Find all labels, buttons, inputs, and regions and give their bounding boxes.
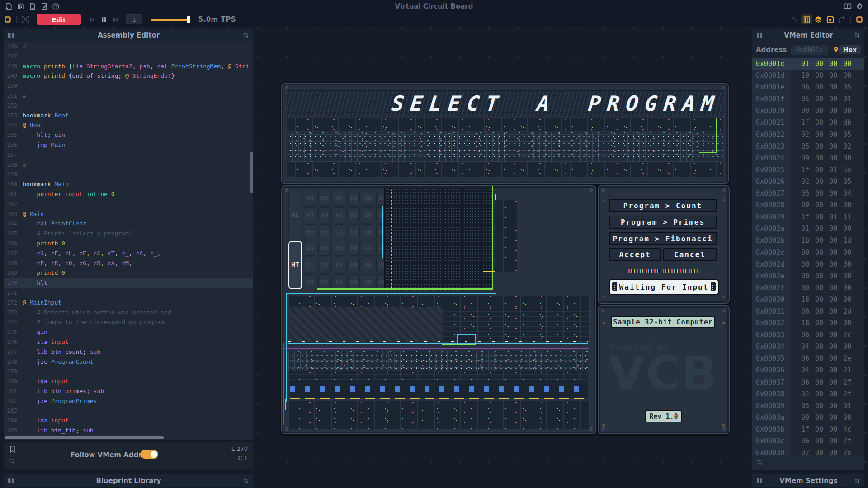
- code-line-276[interactable]: 276 sta input: [4, 337, 253, 347]
- pin-icon[interactable]: [833, 46, 839, 53]
- vmem-row-0x0002b[interactable]: 0x0002b1b 00 00 1d: [752, 235, 864, 246]
- code-line-271[interactable]: 271: [4, 288, 253, 298]
- vmem-row-0x00023[interactable]: 0x0002305 00 00 02: [752, 141, 864, 152]
- code-line-284[interactable]: 284 lda input: [4, 416, 253, 426]
- code-line-258[interactable]: 258#------------------------------------…: [4, 160, 253, 170]
- resize-vertical-icon[interactable]: [854, 32, 860, 38]
- code-line-261[interactable]: 261 pointer input inline 0: [4, 189, 253, 199]
- control-panel[interactable]: ⊘ ⊘ ▲ ▲ ▼ ▼ Program > CountProgram > Pri…: [598, 185, 730, 304]
- marquee-board[interactable]: ⊘ ⊘ SELECT A PROGRAM: [281, 83, 729, 184]
- code-line-257[interactable]: 257: [4, 150, 253, 160]
- code-line-265[interactable]: 265 # Prints "select a program".: [4, 229, 253, 239]
- code-line-283[interactable]: 283: [4, 406, 253, 416]
- vmem-row-0x0003c[interactable]: 0x0003c06 00 00 2f: [752, 435, 864, 447]
- vmem-row-0x0001d[interactable]: 0x0001d19 00 00 00: [752, 70, 864, 81]
- vmem-row-0x00024[interactable]: 0x0002409 00 00 00: [752, 152, 864, 164]
- vmem-row-0x00025[interactable]: 0x000251f 00 01 5e: [752, 164, 864, 176]
- vmem-row-0x0002d[interactable]: 0x0002d00 00 00 00: [752, 258, 864, 270]
- vmem-row-0x00022[interactable]: 0x0002202 00 00 05: [752, 129, 864, 141]
- vmem-row-0x00035[interactable]: 0x0003506 00 00 2e: [752, 352, 864, 364]
- code-line-270[interactable]: 270 hlt: [4, 278, 253, 288]
- vmem-row-0x00037[interactable]: 0x0003706 00 00 2f: [752, 376, 864, 388]
- code-line-277[interactable]: 277 lib btn_count; sub: [4, 347, 253, 357]
- code-line-262[interactable]: 262: [4, 199, 253, 209]
- columns-icon[interactable]: [756, 32, 763, 38]
- assembly-code-area[interactable]: 246#------------------------------------…: [4, 42, 253, 436]
- vmem-row-0x0002c[interactable]: 0x0002c00 00 00 00: [752, 247, 864, 258]
- pause-icon[interactable]: [98, 14, 110, 24]
- tag-icon[interactable]: [801, 14, 812, 24]
- code-line-282[interactable]: 282 jze ProgramPrimes: [4, 396, 253, 406]
- resize-vertical-icon[interactable]: [243, 32, 249, 38]
- program-button-3[interactable]: Program > Fibonacci: [609, 232, 717, 245]
- tps-slider-handle[interactable]: [187, 16, 190, 23]
- cancel-button[interactable]: Cancel: [663, 248, 717, 261]
- sparkles-icon[interactable]: [789, 14, 801, 24]
- program-button-2[interactable]: Program > Primes: [609, 216, 717, 229]
- branding-panel[interactable]: ⊘ ⊘ ⊘ ⊘ ▲ ▲ ▼ ▼ Sample 32-bit Computer P…: [598, 305, 730, 434]
- code-line-267[interactable]: 267 cS; cE; cL; cE; cC; cT; c_; cA; c_;: [4, 249, 253, 258]
- vmem-row-0x00033[interactable]: 0x0003306 00 00 2c: [752, 329, 864, 341]
- code-line-266[interactable]: 266 printb 0: [4, 239, 253, 249]
- code-line-263[interactable]: 263@ Main: [4, 209, 253, 219]
- columns-icon[interactable]: [8, 32, 14, 38]
- code-line-250[interactable]: 250: [4, 81, 253, 91]
- vmem-row-0x0001e[interactable]: 0x0001e06 00 00 05: [752, 81, 864, 93]
- vmem-row-0x00021[interactable]: 0x000211f 00 00 db: [752, 117, 864, 128]
- program-button-1[interactable]: Program > Count: [609, 199, 717, 212]
- columns-icon[interactable]: [8, 478, 14, 484]
- code-line-251[interactable]: 251#------------------------------------…: [4, 91, 253, 101]
- code-line-247[interactable]: 247: [4, 52, 253, 61]
- vmem-row-0x0002e[interactable]: 0x0002e00 00 00 00: [752, 270, 864, 282]
- code-line-274[interactable]: 274 # jumps to the corresponding program…: [4, 317, 253, 327]
- vmem-row-0x00020[interactable]: 0x0002009 00 00 00: [752, 105, 864, 117]
- square-tool-icon[interactable]: [854, 14, 865, 24]
- swap-arrows-icon[interactable]: [756, 459, 763, 465]
- square-tool-icon[interactable]: [2, 14, 14, 24]
- vmem-row-0x00036[interactable]: 0x0003604 00 00 21: [752, 364, 864, 376]
- vmem-row-0x00030[interactable]: 0x0003018 00 00 00: [752, 294, 864, 305]
- step-forward-icon[interactable]: [110, 14, 122, 24]
- vmem-row-0x00032[interactable]: 0x0003218 00 00 00: [752, 317, 864, 329]
- code-line-248[interactable]: 248macro printb {lia StringStarta?; psh;…: [4, 61, 253, 71]
- address-input[interactable]: 0x0001c: [791, 45, 828, 55]
- accept-button[interactable]: Accept: [609, 248, 661, 261]
- vmem-row-0x0003a[interactable]: 0x0003a09 00 00 00: [752, 412, 864, 423]
- bookmark-icon[interactable]: [9, 446, 16, 455]
- code-line-285[interactable]: 285 lib btn_fib; sub: [4, 426, 253, 436]
- layers-icon[interactable]: [812, 14, 824, 24]
- main-board[interactable]: ⊘ ⊘ ⊘ ⊘ REHTMAMIMOIIIOAIAOANADBIEQEAESFI…: [281, 185, 596, 434]
- resize-vertical-icon[interactable]: [243, 478, 249, 484]
- vmem-row-0x00027[interactable]: 0x0002705 00 00 04: [752, 188, 864, 199]
- assembly-vscrollbar[interactable]: [250, 152, 253, 193]
- vmem-row-0x00029[interactable]: 0x000291f 00 01 11: [752, 211, 864, 223]
- code-line-281[interactable]: 281 lib btn_primes; sub: [4, 386, 253, 396]
- vmem-row-0x0001f[interactable]: 0x0001f05 00 00 01: [752, 93, 864, 105]
- tps-slider[interactable]: [151, 16, 190, 23]
- code-line-278[interactable]: 278 jze ProgramCount: [4, 357, 253, 367]
- code-line-260[interactable]: 260bookmark Main: [4, 179, 253, 189]
- vmem-row-0x0003d[interactable]: 0x0003d02 00 00 2e: [752, 447, 864, 455]
- step-count-field[interactable]: 1: [126, 14, 142, 24]
- follow-vmem-toggle[interactable]: [140, 450, 158, 459]
- code-line-279[interactable]: 279: [4, 366, 253, 376]
- vmem-row-0x0001c[interactable]: 0x0001c01 00 00 00: [752, 58, 864, 70]
- vmem-row-0x00026[interactable]: 0x0002602 00 00 05: [752, 176, 864, 188]
- code-line-272[interactable]: 272@ MainInput: [4, 298, 253, 308]
- vmem-row-0x0002a[interactable]: 0x0002a01 00 00 00: [752, 223, 864, 235]
- vmem-row-0x00028[interactable]: 0x0002809 00 00 00: [752, 199, 864, 211]
- vmem-row-0x00039[interactable]: 0x0003905 00 00 01: [752, 400, 864, 412]
- edit-mode-button[interactable]: Edit: [37, 14, 81, 25]
- vmem-row-0x0003b[interactable]: 0x0003b1f 00 00 4c: [752, 423, 864, 435]
- code-line-268[interactable]: 268 cP; cR; cO; cG; cR; cA; cM;: [4, 258, 253, 268]
- assembly-hscrollbar[interactable]: [5, 436, 164, 439]
- frame-icon[interactable]: [19, 14, 31, 24]
- code-line-273[interactable]: 273 # Detects which button was pressed a…: [4, 308, 253, 318]
- hex-mode-button[interactable]: Hex: [839, 45, 861, 54]
- route-icon[interactable]: [836, 14, 848, 24]
- code-line-275[interactable]: 275 gin: [4, 327, 253, 337]
- vmem-row-0x00031[interactable]: 0x0003106 00 00 2d: [752, 305, 864, 317]
- blueprint-library-header[interactable]: Blueprint Library: [4, 474, 253, 487]
- code-line-264[interactable]: 264 cal PrintClear: [4, 219, 253, 229]
- code-line-246[interactable]: 246#------------------------------------…: [4, 42, 253, 52]
